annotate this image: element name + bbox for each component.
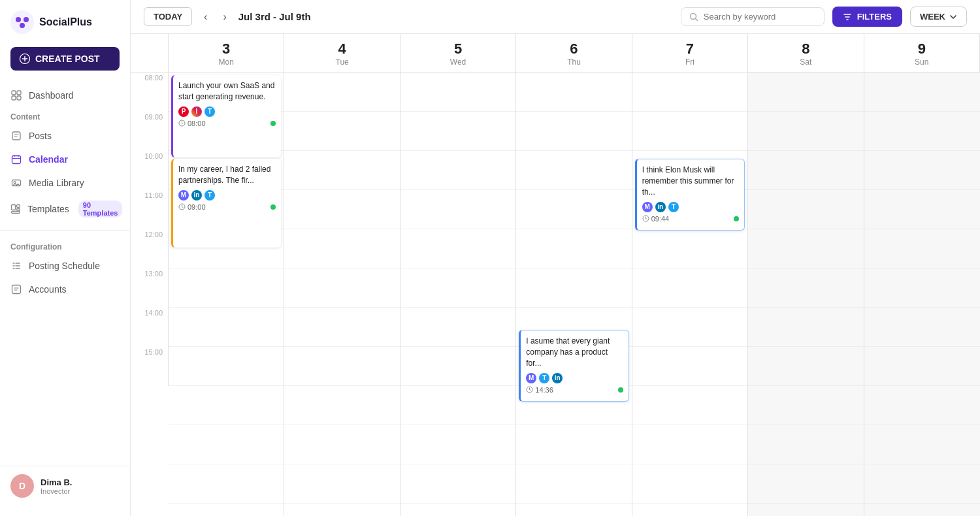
day-num-7: 7 xyxy=(635,40,745,57)
filters-button[interactable]: FILTERS xyxy=(832,7,902,27)
day-name-8: Sat xyxy=(751,57,860,67)
event-text-launch-saas: Launch your own SaaS and start generatin… xyxy=(178,80,276,103)
day-col-wed xyxy=(400,73,516,516)
day-headers: 3 Mon 4 Tue 5 Wed 6 Thu 7 Fri 8 Sat xyxy=(131,34,980,73)
day-col-sat xyxy=(748,73,864,516)
day-num-8: 8 xyxy=(751,40,860,57)
event-footer-1: 08:00 xyxy=(178,120,276,127)
event-card-elon[interactable]: I think Elon Musk will remember this sum… xyxy=(635,159,745,231)
sidebar: SocialPlus CREATE POST Dashboard Content… xyxy=(0,0,131,516)
sidebar-item-media-library[interactable]: Media Library xyxy=(0,171,130,195)
twitter-icon-4: T xyxy=(539,373,549,383)
instagram-icon: I xyxy=(191,106,202,117)
user-name: Dima B. xyxy=(41,477,72,487)
time-label-12: 12:00 xyxy=(131,229,169,268)
twitter-icon: T xyxy=(204,106,215,117)
day-name-7: Fri xyxy=(635,57,745,67)
create-post-button[interactable]: CREATE POST xyxy=(10,47,120,71)
today-button[interactable]: TODAY xyxy=(144,7,192,26)
week-selector-button[interactable]: WEEK xyxy=(910,7,967,27)
time-label-14: 14:00 xyxy=(131,308,169,347)
event-card-partnerships[interactable]: In my career, I had 2 failed partnership… xyxy=(171,159,281,248)
create-post-label: CREATE POST xyxy=(35,54,100,64)
logo-text: SocialPlus xyxy=(39,16,92,28)
day-col-thu: I asume that every giant company has a p… xyxy=(516,73,632,516)
mastodon-icon: M xyxy=(178,190,189,201)
chevron-down-icon xyxy=(949,13,957,21)
svg-rect-13 xyxy=(12,205,16,210)
avatar: D xyxy=(10,474,34,498)
clock-icon-2 xyxy=(178,203,186,210)
time-label-09: 09:00 xyxy=(131,112,169,151)
sidebar-item-posting-schedule[interactable]: Posting Schedule xyxy=(0,254,130,278)
event-time-2: 09:00 xyxy=(178,203,206,211)
twitter-icon-2: T xyxy=(204,190,215,201)
svg-rect-5 xyxy=(12,91,16,95)
sidebar-item-posts[interactable]: Posts xyxy=(0,124,130,148)
user-profile: D Dima B. Inovector xyxy=(0,466,130,506)
sidebar-item-calendar[interactable]: Calendar xyxy=(0,148,130,171)
svg-point-12 xyxy=(14,182,16,184)
posting-schedule-icon xyxy=(10,260,22,272)
logo-icon xyxy=(10,10,34,34)
sidebar-item-accounts[interactable]: Accounts xyxy=(0,278,130,301)
svg-rect-7 xyxy=(12,96,16,100)
day-num-9: 9 xyxy=(867,40,977,57)
linkedin-icon: in xyxy=(191,190,202,201)
mastodon-icon-4: M xyxy=(526,373,536,383)
prev-week-button[interactable]: ‹ xyxy=(200,8,211,25)
linkedin-icon-3: in xyxy=(655,202,666,212)
day-name-9: Sun xyxy=(867,57,977,67)
svg-rect-8 xyxy=(17,96,21,100)
event-time-3: 09:44 xyxy=(642,215,670,223)
plus-circle-icon xyxy=(20,54,30,64)
svg-rect-17 xyxy=(12,285,21,294)
svg-rect-10 xyxy=(12,156,21,164)
day-col-sun xyxy=(864,73,980,516)
event-card-launch-saas[interactable]: Launch your own SaaS and start generatin… xyxy=(171,75,281,157)
status-dot-1 xyxy=(270,121,276,126)
linkedin-icon-4: in xyxy=(552,373,563,383)
templates-label: Templates xyxy=(27,204,69,214)
event-card-giant-company[interactable]: I asume that every giant company has a p… xyxy=(519,330,629,402)
grid-icon xyxy=(10,89,22,101)
date-range: Jul 3rd - Jul 9th xyxy=(238,11,673,22)
event-text-partnerships: In my career, I had 2 failed partnership… xyxy=(178,164,276,186)
search-icon xyxy=(689,12,698,22)
event-social-icons-4: M T in xyxy=(526,373,623,383)
svg-rect-9 xyxy=(12,132,20,140)
avatar-initials: D xyxy=(19,481,25,491)
sidebar-item-templates[interactable]: Templates 90 Templates xyxy=(0,195,130,223)
day-header-8: 8 Sat xyxy=(748,34,864,72)
status-dot-3 xyxy=(734,216,739,221)
templates-icon xyxy=(10,203,21,215)
next-week-button[interactable]: › xyxy=(219,8,230,25)
time-label-11: 11:00 xyxy=(131,190,169,229)
calendar-label: Calendar xyxy=(29,154,68,165)
svg-point-3 xyxy=(20,23,25,28)
status-dot-4 xyxy=(618,387,623,393)
search-input[interactable] xyxy=(704,12,808,22)
mastodon-icon-3: M xyxy=(642,202,653,212)
svg-point-2 xyxy=(24,17,29,22)
event-footer-3: 09:44 xyxy=(642,215,739,223)
posting-schedule-label: Posting Schedule xyxy=(29,261,100,271)
day-header-6: 6 Thu xyxy=(516,34,632,72)
event-social-icons-3: M in T xyxy=(642,202,739,212)
calendar-icon xyxy=(10,153,22,165)
day-header-3: 3 Mon xyxy=(169,34,284,72)
week-label: WEEK xyxy=(920,12,945,22)
logo-area: SocialPlus xyxy=(0,10,130,47)
filters-icon xyxy=(843,12,852,22)
content-section-label: Content xyxy=(0,107,130,124)
time-label-10: 10:00 xyxy=(131,151,169,190)
calendar: 3 Mon 4 Tue 5 Wed 6 Thu 7 Fri 8 Sat xyxy=(131,34,980,516)
header-spacer xyxy=(131,34,169,72)
configuration-section-label: Configuration xyxy=(0,237,130,254)
clock-icon-3 xyxy=(642,215,649,222)
time-label-13: 13:00 xyxy=(131,268,169,308)
sidebar-item-dashboard[interactable]: Dashboard xyxy=(0,84,130,107)
event-social-icons-1: P I T xyxy=(178,106,276,117)
day-header-9: 9 Sun xyxy=(864,34,980,72)
svg-rect-14 xyxy=(17,205,20,208)
